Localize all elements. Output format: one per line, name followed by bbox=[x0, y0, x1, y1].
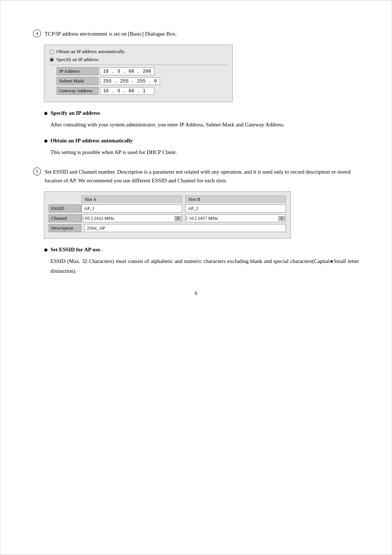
gateway-address-label: Gateway Address bbox=[57, 87, 98, 95]
page-number: 6 bbox=[33, 291, 359, 296]
dialog-fields: IP Address 16 . 3 . 60 . 208 Subnet Mask… bbox=[57, 67, 227, 95]
radio-obtain-circle[interactable] bbox=[49, 49, 54, 54]
subnet-mask-label: Subnet Mask bbox=[57, 77, 98, 85]
bullet-specify-ip-label: Specify an IP address bbox=[50, 110, 100, 116]
subnet-mask-value: 255 . 255 . 255 . 0 bbox=[100, 77, 160, 85]
essid-slot-a-input[interactable]: AP_1 bbox=[81, 204, 182, 212]
numbered-item-5: 5 Set ESSID and Channel number. Descript… bbox=[33, 167, 359, 185]
dialog-separator bbox=[49, 65, 227, 65]
channel-row: Channel [ 05 ] 2432 MHz ▼ [ 10 ] 2457 MH… bbox=[49, 214, 286, 222]
channel-slot-a-cell: [ 05 ] 2432 MHz ▼ bbox=[81, 214, 182, 222]
bullet-essid-label: Set ESSID for AP use. bbox=[50, 247, 101, 253]
section-5: 5 Set ESSID and Channel number. Descript… bbox=[33, 167, 359, 276]
gateway-address-value: 16 . 3 . 60 . 1 bbox=[100, 87, 154, 95]
slot-a-header: Slot A bbox=[81, 195, 182, 203]
radio-specify-circle[interactable] bbox=[49, 57, 54, 62]
bullet-specify-ip: ◆ Specify an IP address After consulting… bbox=[44, 110, 359, 130]
channel-slot-b-arrow[interactable]: ▼ bbox=[278, 216, 285, 221]
essid-slot-b-cell: AP_2 bbox=[185, 204, 286, 212]
numbered-item-4: 4 TCP/IP address environment is set on [… bbox=[33, 29, 359, 38]
description-input[interactable]: 2Slot_AP bbox=[84, 224, 286, 232]
bullet-obtain-ip: ◆ Obtain an IP address automatically Thi… bbox=[44, 138, 359, 157]
circle-number-4: 4 bbox=[33, 29, 41, 37]
channel-slot-a-select[interactable]: [ 05 ] 2432 MHz ▼ bbox=[81, 214, 182, 222]
radio-specify-text: Specify an IP address bbox=[56, 57, 98, 62]
slot-b-header: Slot B bbox=[185, 195, 286, 203]
bullet-obtain-ip-header: ◆ Obtain an IP address automatically bbox=[44, 138, 359, 144]
diamond-icon-3: ◆ bbox=[44, 247, 48, 253]
slot-table: Slot A Slot B ESSID AP_1 AP_2 Channel [ … bbox=[44, 191, 291, 239]
channel-slot-a-value: [ 05 ] 2432 MHz bbox=[82, 215, 114, 221]
essid-slot-b-input[interactable]: AP_2 bbox=[185, 204, 286, 212]
ip-address-label: IP Address bbox=[57, 67, 98, 75]
bullet-specify-ip-body: After consulting with your system admini… bbox=[50, 120, 359, 130]
bullet-obtain-ip-body: This setting is possible when AP is used… bbox=[50, 147, 359, 157]
bullet-specify-ip-header: ◆ Specify an IP address bbox=[44, 110, 359, 116]
ip-dialog-box: Obtain an IP address automatically Speci… bbox=[44, 45, 233, 102]
diamond-icon-1: ◆ bbox=[44, 110, 48, 116]
essid-slot-a-cell: AP_1 bbox=[81, 204, 182, 212]
bullet-obtain-ip-label: Obtain an IP address automatically bbox=[50, 138, 132, 144]
description-row: Description 2Slot_AP bbox=[49, 224, 286, 232]
essid-label: ESSID bbox=[49, 204, 81, 212]
gateway-address-row: Gateway Address 16 . 3 . 60 . 1 bbox=[57, 87, 227, 95]
section-4: 4 TCP/IP address environment is set on [… bbox=[33, 29, 359, 157]
radio-obtain-label[interactable]: Obtain an IP address automatically bbox=[49, 49, 124, 54]
circle-number-5: 5 bbox=[33, 167, 41, 175]
diamond-icon-2: ◆ bbox=[44, 138, 48, 144]
channel-slot-b-cell: [ 10 ] 2457 MHz ▼ bbox=[185, 214, 286, 222]
radio-obtain-row: Obtain an IP address automatically bbox=[49, 49, 227, 54]
slot-spacer bbox=[49, 195, 81, 203]
radio-specify-row: Specify an IP address bbox=[49, 57, 227, 62]
channel-slot-a-arrow[interactable]: ▼ bbox=[175, 216, 181, 221]
page: 4 TCP/IP address environment is set on [… bbox=[0, 0, 392, 555]
description-label: Description bbox=[49, 224, 81, 232]
channel-slot-b-select[interactable]: [ 10 ] 2457 MHz ▼ bbox=[185, 214, 286, 222]
channel-slot-b-value: [ 10 ] 2457 MHz bbox=[186, 215, 218, 221]
channel-label: Channel bbox=[49, 214, 81, 222]
ip-address-row: IP Address 16 . 3 . 60 . 208 bbox=[57, 67, 227, 75]
radio-specify-label[interactable]: Specify an IP address bbox=[49, 57, 98, 62]
ip-address-value: 16 . 3 . 60 . 208 bbox=[100, 68, 155, 75]
bullet-essid: ◆ Set ESSID for AP use. ESSID (Max. 32 C… bbox=[44, 247, 359, 276]
radio-obtain-text: Obtain an IP address automatically bbox=[56, 49, 124, 54]
section5-intro: Set ESSID and Channel number. Descriptio… bbox=[45, 167, 359, 185]
section4-intro: TCP/IP address environment is set on [Ba… bbox=[45, 29, 177, 38]
bullet-essid-header: ◆ Set ESSID for AP use. bbox=[44, 247, 359, 253]
slot-header-row: Slot A Slot B bbox=[49, 195, 286, 203]
subnet-mask-row: Subnet Mask 255 . 255 . 255 . 0 bbox=[57, 77, 227, 85]
bullet-essid-body: ESSID (Max. 32 Characters) must consist … bbox=[50, 256, 359, 276]
essid-row: ESSID AP_1 AP_2 bbox=[49, 204, 286, 212]
